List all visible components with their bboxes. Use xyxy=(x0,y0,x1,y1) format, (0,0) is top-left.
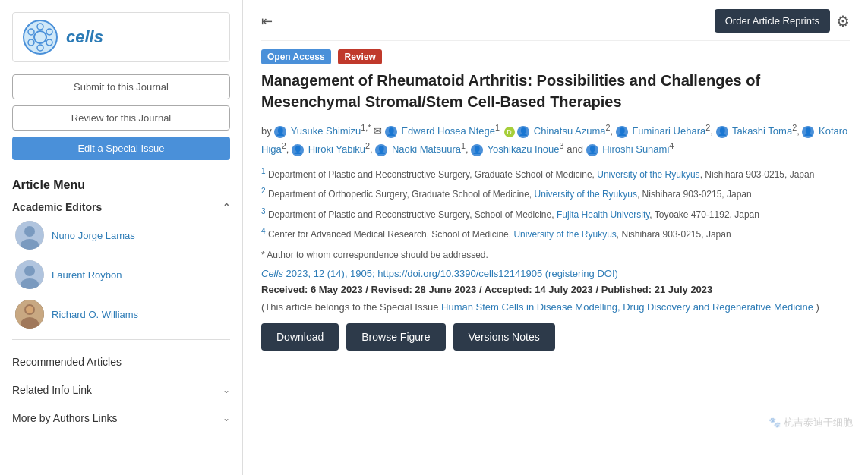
author-link[interactable]: Yoshikazu Inoue xyxy=(488,143,560,155)
editor-name[interactable]: Richard O. Williams xyxy=(52,309,138,320)
editor-name[interactable]: Laurent Roybon xyxy=(52,269,122,281)
recommended-articles-row[interactable]: Recommended Articles xyxy=(12,348,230,376)
sidebar: cells Submit to this Journal Review for … xyxy=(0,0,243,475)
registering-doi: (registering DOI) xyxy=(545,268,618,279)
dates-line: Received: 6 May 2023 / Revised: 28 June … xyxy=(261,284,850,295)
published-date: Published: 21 July 2023 xyxy=(601,284,713,295)
versions-notes-button[interactable]: Versions Notes xyxy=(453,323,555,351)
order-reprints-button[interactable]: Order Article Reprints xyxy=(715,9,830,33)
citation-line: Cells 2023, 12 (14), 1905; https://doi.o… xyxy=(261,268,850,279)
header-right: Order Article Reprints ⚙ xyxy=(715,9,850,33)
related-info-chevron: ⌄ xyxy=(223,385,230,395)
watermark: 🐾 杭吉泰迪干细胞 xyxy=(769,416,853,429)
citation-vol-link[interactable]: 12 xyxy=(314,268,324,279)
academic-editors-section: Academic Editors ⌃ xyxy=(12,201,230,213)
author-link[interactable]: Hiroshi Sunami xyxy=(602,143,669,155)
logo-text: cells xyxy=(66,27,103,47)
review-journal-button[interactable]: Review for this Journal xyxy=(12,105,230,131)
article-title: Management of Rheumatoid Arthritis: Poss… xyxy=(261,70,850,112)
affiliation-item: 3 Department of Plastic and Reconstructi… xyxy=(261,206,850,222)
affiliation-item: 4 Center for Advanced Medical Research, … xyxy=(261,225,850,242)
academic-editors-label: Academic Editors xyxy=(12,201,102,213)
revised-date: Revised: 28 June 2023 xyxy=(371,284,477,295)
affiliation-link[interactable]: University of the Ryukyus xyxy=(535,189,637,200)
special-issue-suffix: ) xyxy=(816,301,819,313)
affiliation-item: 1 Department of Plastic and Reconstructi… xyxy=(261,165,850,182)
editor-item: Laurent Roybon xyxy=(12,260,230,289)
author-icon: 👤 xyxy=(375,144,387,156)
svg-point-0 xyxy=(24,20,57,54)
editor-item: Nuno Jorge Lamas xyxy=(12,221,230,250)
more-by-authors-label: More by Authors Links xyxy=(12,412,118,424)
avatar xyxy=(15,221,44,250)
avatar xyxy=(15,260,44,289)
received-date: Received: 6 May 2023 xyxy=(261,284,363,295)
academic-editors-chevron[interactable]: ⌃ xyxy=(223,202,230,212)
svg-point-12 xyxy=(24,266,35,276)
accepted-date: Accepted: 14 July 2023 xyxy=(485,284,593,295)
author-icon: 👤 xyxy=(292,144,304,156)
author-icon: 👤 xyxy=(586,144,598,156)
logo-icon xyxy=(22,19,58,55)
email-icon: ✉ xyxy=(374,125,382,137)
affiliation-link[interactable]: Fujita Health University xyxy=(557,209,649,220)
affiliation-link[interactable]: University of the Ryukyus xyxy=(513,229,616,240)
browse-figure-button[interactable]: Browse Figure xyxy=(346,323,445,351)
author-icon: 👤 xyxy=(385,126,397,138)
settings-gear-icon[interactable]: ⚙ xyxy=(836,12,850,30)
main-content: ⇤ Order Article Reprints ⚙ Open Access R… xyxy=(243,0,868,475)
doi-link[interactable]: https://doi.org/10.3390/cells12141905 xyxy=(377,268,542,279)
author-link[interactable]: Hiroki Yabiku xyxy=(308,143,365,155)
by-label: by xyxy=(261,125,272,137)
related-info-link-row[interactable]: Related Info Link ⌄ xyxy=(12,376,230,404)
author-link[interactable]: Naoki Matsuura xyxy=(392,143,461,155)
author-link[interactable]: Edward Hosea Ntege xyxy=(401,125,495,137)
orcid-icon: D xyxy=(504,127,515,137)
svg-point-9 xyxy=(24,226,35,237)
special-issue-prefix: (This article belongs to the Special Iss… xyxy=(261,301,438,313)
affiliation-link[interactable]: University of the Ryukyus xyxy=(597,169,699,180)
authors-line: by 👤 Yusuke Shimizu1,* ✉ 👤 Edward Hosea … xyxy=(261,121,850,158)
author-icon: 👤 xyxy=(471,144,483,156)
correspondence-note: * Author to whom correspondence should b… xyxy=(261,250,850,260)
article-menu-title: Article Menu xyxy=(12,178,230,192)
special-issue-link[interactable]: Human Stem Cells in Disease Modelling, D… xyxy=(441,301,813,313)
author-icon: 👤 xyxy=(802,126,814,138)
more-by-authors-row[interactable]: More by Authors Links ⌄ xyxy=(12,404,230,432)
author-link[interactable]: Chinatsu Azuma xyxy=(534,125,606,137)
journal-logo[interactable]: cells xyxy=(12,12,230,62)
more-by-authors-chevron: ⌄ xyxy=(223,413,230,423)
author-link[interactable]: Takashi Toma xyxy=(732,125,792,137)
editor-name[interactable]: Nuno Jorge Lamas xyxy=(52,230,135,241)
affiliation-item: 2 Department of Orthopedic Surgery, Grad… xyxy=(261,185,850,202)
citation-journal: Cells xyxy=(261,268,283,279)
author-icon: 👤 xyxy=(716,126,728,138)
svg-point-17 xyxy=(26,306,33,313)
author-icon: 👤 xyxy=(274,126,286,138)
author-icon: 👤 xyxy=(616,126,628,138)
special-issue-note: (This article belongs to the Special Iss… xyxy=(261,301,850,313)
review-badge: Review xyxy=(338,49,381,64)
editor-item: Richard O. Williams xyxy=(12,300,230,329)
action-buttons: Download Browse Figure Versions Notes xyxy=(261,323,850,351)
first-page-icon[interactable]: ⇤ xyxy=(261,13,273,30)
download-button[interactable]: Download xyxy=(261,323,339,351)
open-access-badge: Open Access xyxy=(261,49,331,64)
affiliations: 1 Department of Plastic and Reconstructi… xyxy=(261,165,850,242)
submit-journal-button[interactable]: Submit to this Journal xyxy=(12,74,230,99)
edit-special-issue-button[interactable]: Edit a Special Issue xyxy=(12,137,230,160)
main-header: ⇤ Order Article Reprints ⚙ xyxy=(261,0,850,41)
author-icon: 👤 xyxy=(517,126,529,138)
divider xyxy=(12,339,230,340)
recommended-articles-label: Recommended Articles xyxy=(12,356,122,368)
author-link[interactable]: Fuminari Uehara xyxy=(632,125,705,137)
article-badges: Open Access Review xyxy=(261,50,850,62)
author-link[interactable]: Yusuke Shimizu xyxy=(291,125,361,137)
avatar-photo xyxy=(15,300,44,329)
related-info-link-label: Related Info Link xyxy=(12,384,92,396)
